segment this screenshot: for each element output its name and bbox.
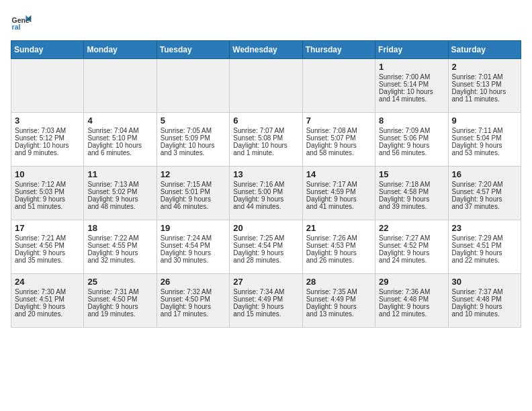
day-info: Sunset: 5:14 PM: [379, 81, 444, 88]
day-info: Sunrise: 7:09 AM: [379, 127, 444, 134]
day-info: and 30 minutes.: [161, 257, 226, 264]
day-info: Sunrise: 7:37 AM: [452, 288, 517, 295]
day-info: Sunrise: 7:25 AM: [233, 234, 298, 242]
day-info: Sunrise: 7:08 AM: [306, 127, 371, 134]
day-info: Sunset: 4:53 PM: [306, 242, 371, 249]
day-number: 3: [15, 116, 80, 126]
day-info: Sunset: 5:10 PM: [87, 134, 152, 142]
day-info: Sunrise: 7:22 AM: [87, 234, 152, 242]
day-header-sunday: Sunday: [11, 41, 84, 59]
day-info: Daylight: 10 hours: [161, 142, 226, 149]
day-info: Sunset: 4:52 PM: [379, 242, 444, 249]
day-info: Sunrise: 7:12 AM: [15, 181, 80, 188]
day-number: 19: [161, 223, 226, 233]
calendar-cell: [230, 59, 302, 113]
page-header: Gene- ral: [11, 11, 521, 32]
day-number: 15: [379, 169, 444, 179]
day-info: Daylight: 9 hours: [15, 195, 80, 203]
day-info: Sunset: 4:59 PM: [306, 188, 371, 195]
day-info: Daylight: 10 hours: [452, 88, 517, 95]
day-info: and 41 minutes.: [306, 203, 371, 210]
day-info: Daylight: 9 hours: [379, 142, 444, 149]
week-row-3: 10Sunrise: 7:12 AMSunset: 5:03 PMDayligh…: [11, 167, 521, 220]
day-info: Sunrise: 7:18 AM: [379, 181, 444, 188]
day-info: Daylight: 9 hours: [452, 303, 517, 310]
day-info: Sunrise: 7:32 AM: [161, 288, 226, 295]
day-info: Sunset: 4:57 PM: [452, 188, 517, 195]
day-info: and 24 minutes.: [379, 257, 444, 264]
day-number: 2: [452, 62, 517, 72]
day-info: and 20 minutes.: [15, 310, 80, 318]
week-row-4: 17Sunrise: 7:21 AMSunset: 4:56 PMDayligh…: [11, 220, 521, 274]
day-info: Daylight: 9 hours: [233, 195, 298, 203]
day-number: 9: [452, 116, 517, 126]
day-info: Sunrise: 7:15 AM: [161, 181, 226, 188]
day-info: Sunrise: 7:24 AM: [161, 234, 226, 242]
day-info: and 32 minutes.: [87, 257, 152, 264]
calendar-cell: [11, 59, 84, 113]
day-info: Sunrise: 7:04 AM: [87, 127, 152, 134]
day-info: Sunset: 5:08 PM: [233, 134, 298, 142]
day-info: Daylight: 9 hours: [87, 249, 152, 257]
day-header-tuesday: Tuesday: [157, 41, 229, 59]
day-number: 26: [161, 277, 226, 287]
week-row-5: 24Sunrise: 7:30 AMSunset: 4:51 PMDayligh…: [11, 274, 521, 328]
day-number: 25: [87, 277, 152, 287]
logo: Gene- ral: [11, 11, 35, 32]
calendar-cell: 3Sunrise: 7:03 AMSunset: 5:12 PMDaylight…: [11, 113, 84, 167]
day-info: Daylight: 9 hours: [379, 249, 444, 257]
day-info: and 3 minutes.: [161, 149, 226, 156]
day-info: Daylight: 9 hours: [15, 249, 80, 257]
day-info: Sunset: 5:00 PM: [233, 188, 298, 195]
calendar-cell: 11Sunrise: 7:13 AMSunset: 5:02 PMDayligh…: [84, 167, 157, 220]
calendar-cell: [302, 59, 375, 113]
day-info: Daylight: 9 hours: [233, 303, 298, 310]
day-info: Sunrise: 7:13 AM: [87, 181, 152, 188]
day-number: 8: [379, 116, 444, 126]
day-info: and 15 minutes.: [233, 310, 298, 318]
calendar-cell: [157, 59, 229, 113]
day-info: and 14 minutes.: [379, 95, 444, 103]
day-header-friday: Friday: [375, 41, 448, 59]
day-info: Sunset: 4:50 PM: [161, 295, 226, 303]
week-row-2: 3Sunrise: 7:03 AMSunset: 5:12 PMDaylight…: [11, 113, 521, 167]
day-info: Daylight: 10 hours: [233, 142, 298, 149]
day-info: Sunset: 5:12 PM: [15, 134, 80, 142]
calendar-cell: 24Sunrise: 7:30 AMSunset: 4:51 PMDayligh…: [11, 274, 84, 328]
day-number: 12: [161, 169, 226, 179]
logo-icon: Gene- ral: [11, 11, 32, 32]
calendar-cell: 28Sunrise: 7:35 AMSunset: 4:49 PMDayligh…: [302, 274, 375, 328]
day-number: 29: [379, 277, 444, 287]
day-number: 24: [15, 277, 80, 287]
day-header-saturday: Saturday: [448, 41, 521, 59]
day-info: Daylight: 10 hours: [379, 88, 444, 95]
day-info: Sunset: 4:55 PM: [87, 242, 152, 249]
day-number: 16: [452, 169, 517, 179]
day-info: Sunset: 4:51 PM: [452, 242, 517, 249]
calendar-cell: 26Sunrise: 7:32 AMSunset: 4:50 PMDayligh…: [157, 274, 229, 328]
day-info: Sunset: 4:56 PM: [15, 242, 80, 249]
day-info: Sunrise: 7:35 AM: [306, 288, 371, 295]
calendar-cell: 16Sunrise: 7:20 AMSunset: 4:57 PMDayligh…: [448, 167, 521, 220]
day-info: Daylight: 10 hours: [15, 142, 80, 149]
calendar-cell: 6Sunrise: 7:07 AMSunset: 5:08 PMDaylight…: [230, 113, 302, 167]
day-number: 20: [233, 223, 298, 233]
days-header-row: SundayMondayTuesdayWednesdayThursdayFrid…: [11, 41, 521, 59]
calendar-cell: 27Sunrise: 7:34 AMSunset: 4:49 PMDayligh…: [230, 274, 302, 328]
day-number: 30: [452, 277, 517, 287]
calendar-cell: 1Sunrise: 7:00 AMSunset: 5:14 PMDaylight…: [375, 59, 448, 113]
day-info: Sunrise: 7:00 AM: [379, 73, 444, 81]
calendar-cell: [84, 59, 157, 113]
day-info: Daylight: 9 hours: [452, 142, 517, 149]
day-info: and 17 minutes.: [161, 310, 226, 318]
day-number: 17: [15, 223, 80, 233]
day-info: and 56 minutes.: [379, 149, 444, 156]
day-info: Sunrise: 7:21 AM: [15, 234, 80, 242]
day-info: Sunset: 5:09 PM: [161, 134, 226, 142]
day-number: 5: [161, 116, 226, 126]
day-info: Sunrise: 7:07 AM: [233, 127, 298, 134]
calendar-cell: 22Sunrise: 7:27 AMSunset: 4:52 PMDayligh…: [375, 220, 448, 274]
day-info: Sunrise: 7:34 AM: [233, 288, 298, 295]
day-info: Sunset: 5:04 PM: [452, 134, 517, 142]
calendar-cell: 2Sunrise: 7:01 AMSunset: 5:13 PMDaylight…: [448, 59, 521, 113]
